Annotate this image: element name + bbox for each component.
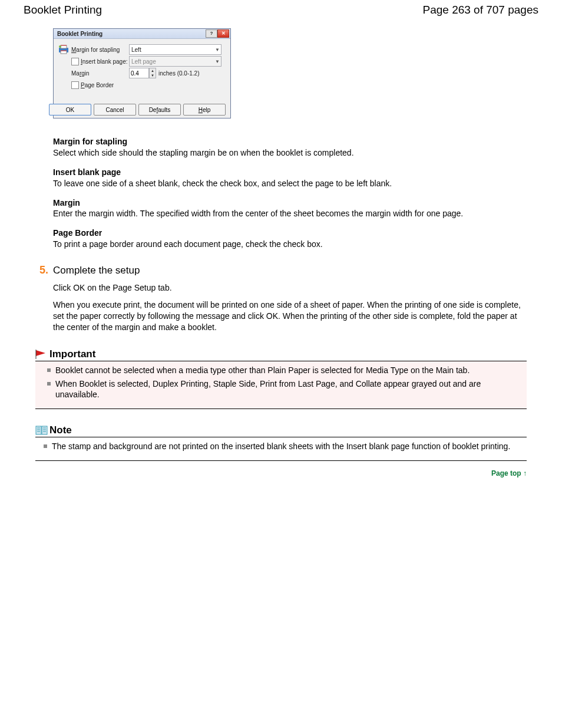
ok-button[interactable]: OK — [49, 104, 91, 116]
page-border-label: Page Border — [81, 82, 114, 88]
step-title: Complete the setup — [53, 265, 140, 276]
flag-icon — [35, 350, 48, 359]
def-desc-page-border: To print a page border around each docum… — [53, 239, 527, 250]
note-title: Note — [49, 424, 72, 436]
margin-unit: inches (0.0-1.2) — [158, 70, 199, 77]
close-icon[interactable]: ✕ — [217, 29, 229, 38]
svg-marker-4 — [36, 350, 45, 356]
def-term-page-border: Page Border — [53, 228, 527, 239]
def-term-margin-stapling: Margin for stapling — [53, 136, 527, 147]
svg-point-3 — [59, 45, 61, 48]
doc-title: Booklet Printing — [24, 4, 102, 17]
page-border-checkbox[interactable] — [71, 81, 79, 89]
important-title: Important — [49, 348, 95, 360]
important-item: When Booklet is selected, Duplex Printin… — [55, 378, 523, 401]
defaults-button[interactable]: Defaults — [138, 104, 181, 116]
dialog-titlebar: Booklet Printing ? ✕ — [54, 29, 230, 39]
step-number: 5. — [37, 264, 48, 276]
svg-rect-6 — [36, 426, 41, 434]
insert-blank-label: Insert blank page: — [81, 58, 128, 65]
note-icon — [35, 426, 48, 435]
up-arrow-icon: ↑ — [523, 469, 527, 477]
note-item: The stamp and background are not printed… — [52, 441, 527, 452]
cancel-button[interactable]: Cancel — [94, 104, 136, 116]
def-term-margin: Margin — [53, 197, 527, 209]
chevron-down-icon: ▼ — [215, 47, 220, 52]
insert-blank-checkbox[interactable] — [71, 58, 79, 65]
margin-label: Margin — [71, 70, 90, 77]
def-desc-margin-stapling: Select which side should the stapling ma… — [53, 147, 527, 159]
help-titlebar-icon[interactable]: ? — [206, 29, 217, 38]
svg-rect-1 — [61, 45, 67, 48]
svg-rect-7 — [42, 426, 47, 434]
printer-icon — [58, 44, 69, 55]
blank-page-select: Left page ▼ — [129, 56, 222, 67]
step-5: 5. Complete the setup Click OK on the Pa… — [53, 264, 527, 333]
chevron-down-icon: ▼ — [215, 59, 220, 64]
margin-input[interactable]: 0.4 — [129, 68, 149, 78]
margin-side-value: Left — [131, 47, 141, 53]
def-term-insert-blank: Insert blank page — [53, 167, 527, 178]
blank-page-value: Left page — [131, 58, 156, 65]
help-button[interactable]: Help — [183, 104, 226, 116]
step-p1: Click OK on the Page Setup tab. — [53, 282, 527, 294]
dialog-title: Booklet Printing — [57, 31, 103, 37]
page-counter: Page 263 of 707 pages — [422, 4, 538, 17]
def-desc-margin: Enter the margin width. The specified wi… — [53, 208, 527, 219]
step-p2: When you execute print, the document wil… — [53, 299, 527, 333]
page-top-link[interactable]: Page top ↑ — [491, 469, 527, 477]
margin-spinner[interactable]: ▲▼ — [149, 68, 156, 78]
definitions: Margin for stapling Select which side sh… — [53, 136, 527, 250]
important-item: Booklet cannot be selected when a media … — [55, 365, 523, 376]
booklet-dialog: Booklet Printing ? ✕ Margin for stapling — [53, 28, 231, 118]
margin-stapling-label: Margin for stapling — [71, 47, 120, 53]
important-callout: Important Booklet cannot be selected whe… — [35, 348, 527, 410]
note-callout: Note The stamp and background are not pr… — [35, 424, 527, 461]
margin-side-select[interactable]: Left ▼ — [129, 44, 222, 55]
svg-rect-2 — [61, 51, 67, 54]
def-desc-insert-blank: To leave one side of a sheet blank, chec… — [53, 178, 527, 189]
